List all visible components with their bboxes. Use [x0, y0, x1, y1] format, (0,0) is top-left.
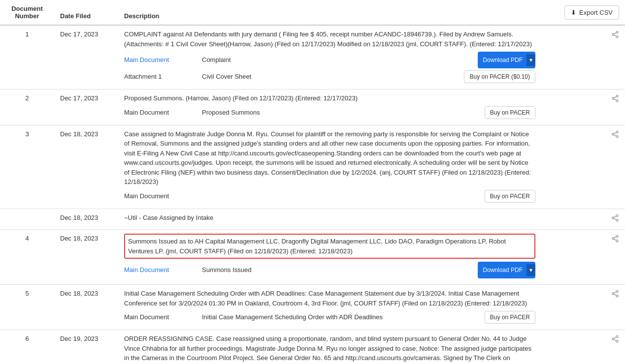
svg-point-27 — [616, 295, 618, 297]
description-text: Case assigned to Magistrate Judge Donna … — [124, 129, 535, 187]
col-header-doc-number: Document Number — [0, 0, 54, 25]
sub-row-label-link[interactable]: Main Document — [124, 56, 169, 63]
svg-point-20 — [616, 235, 618, 237]
svg-point-25 — [616, 290, 618, 292]
svg-point-1 — [612, 33, 614, 35]
buy-on-pacer-button[interactable]: Buy on PACER — [485, 106, 535, 119]
svg-point-15 — [616, 214, 618, 216]
share-icon[interactable] — [611, 31, 619, 40]
svg-line-13 — [614, 135, 617, 136]
svg-line-19 — [614, 216, 617, 217]
svg-line-34 — [614, 337, 617, 338]
sub-row-label[interactable]: Main Document — [124, 55, 198, 65]
sub-row-action: Buy on PACER — [485, 106, 535, 119]
table-row: 1Dec 17, 2023COMPLAINT against All Defen… — [0, 25, 625, 90]
description-text: Proposed Summons. (Harrow, Jason) (Filed… — [124, 93, 535, 103]
doc-number-cell: 1 — [0, 25, 54, 90]
export-col-header: ⬇ Export CSV — [541, 0, 625, 25]
svg-line-29 — [614, 292, 617, 293]
svg-line-3 — [614, 35, 617, 36]
svg-point-17 — [616, 219, 618, 221]
sub-row-label: Attachment 1 — [124, 72, 198, 82]
description-text: Summons Issued as to AH Capital Manageme… — [124, 234, 535, 259]
sub-row-label[interactable]: Main Document — [124, 265, 198, 275]
date-filed-cell: Dec 18, 2023 — [54, 209, 118, 230]
doc-number-cell: 4 — [0, 230, 54, 285]
row-actions-cell — [541, 330, 625, 364]
col-header-date-filed: Date Filed — [54, 0, 118, 25]
svg-point-5 — [616, 95, 618, 97]
description-cell: Case assigned to Magistrate Judge Donna … — [118, 125, 541, 209]
row-actions-cell — [541, 25, 625, 90]
description-cell: COMPLAINT against All Defendants with ju… — [118, 25, 541, 90]
description-cell: ~Util - Case Assigned by Intake — [118, 209, 541, 230]
sub-row-label: Main Document — [124, 312, 198, 322]
col-header-description: Description — [118, 0, 541, 25]
share-icon[interactable] — [611, 95, 619, 104]
sub-row-label-link[interactable]: Main Document — [124, 266, 169, 273]
svg-line-23 — [614, 239, 617, 241]
svg-line-4 — [614, 32, 617, 34]
table-row: 6Dec 19, 2023ORDER REASSIGNING CASE. Cas… — [0, 330, 625, 364]
table-row: 4Dec 18, 2023Summons Issued as to AH Cap… — [0, 230, 625, 285]
svg-line-28 — [614, 294, 617, 296]
share-icon[interactable] — [611, 131, 619, 140]
sub-row-description: Civil Cover Sheet — [202, 72, 460, 82]
date-filed-cell: Dec 18, 2023 — [54, 125, 118, 209]
share-icon[interactable] — [611, 336, 619, 344]
row-actions-cell — [541, 125, 625, 209]
sub-rows-container: Main DocumentSummons IssuedDownload PDF … — [124, 262, 535, 278]
svg-point-30 — [616, 335, 618, 337]
description-cell: Summons Issued as to AH Capital Manageme… — [118, 230, 541, 285]
svg-line-33 — [614, 339, 617, 341]
sub-row-action: Download PDF ▾ — [478, 52, 535, 68]
description-text: ~Util - Case Assigned by Intake — [124, 213, 535, 223]
share-icon[interactable] — [611, 236, 619, 244]
sub-row-description: Proposed Summons — [202, 108, 481, 118]
sub-row-label: Main Document — [124, 108, 198, 118]
buy-on-pacer-button[interactable]: Buy on PACER ($0.10) — [464, 70, 535, 83]
sub-row: Main DocumentInitial Case Management Sch… — [124, 311, 535, 324]
download-pdf-button[interactable]: Download PDF ▾ — [478, 262, 535, 278]
svg-line-9 — [614, 96, 617, 98]
svg-point-0 — [616, 31, 618, 33]
share-icon[interactable] — [611, 291, 619, 299]
sub-row: Main DocumentComplaintDownload PDF ▾ — [124, 52, 535, 68]
svg-point-6 — [612, 97, 614, 99]
doc-number-cell: 2 — [0, 90, 54, 125]
sub-rows-container: Main DocumentComplaintDownload PDF ▾Atta… — [124, 52, 535, 83]
doc-number-cell: 3 — [0, 125, 54, 209]
date-filed-cell: Dec 18, 2023 — [54, 285, 118, 330]
svg-point-10 — [616, 131, 618, 133]
buy-on-pacer-button[interactable]: Buy on PACER — [485, 311, 535, 324]
row-actions-cell — [541, 230, 625, 285]
row-actions-cell — [541, 90, 625, 125]
buy-on-pacer-button[interactable]: Buy on PACER — [485, 190, 535, 203]
table-row: 5Dec 18, 2023Initial Case Management Sch… — [0, 285, 625, 330]
dropdown-arrow[interactable]: ▾ — [526, 264, 535, 276]
svg-line-18 — [614, 218, 617, 220]
dropdown-arrow[interactable]: ▾ — [526, 54, 535, 66]
sub-rows-container: Main DocumentBuy on PACER — [124, 190, 535, 203]
description-text: ORDER REASSIGNING CASE. Case reassigned … — [124, 334, 535, 364]
export-icon: ⬇ — [571, 9, 576, 16]
doc-number-cell: 6 — [0, 330, 54, 364]
svg-line-14 — [614, 132, 617, 134]
sub-row-description: Summons Issued — [202, 265, 474, 275]
export-csv-button[interactable]: ⬇ Export CSV — [564, 5, 619, 20]
description-cell: Proposed Summons. (Harrow, Jason) (Filed… — [118, 90, 541, 125]
doc-number-cell — [0, 209, 54, 230]
share-icon[interactable] — [611, 215, 619, 223]
date-filed-cell: Dec 18, 2023 — [54, 230, 118, 285]
sub-row-action: Buy on PACER — [485, 311, 535, 324]
doc-number-cell: 5 — [0, 285, 54, 330]
svg-point-7 — [616, 100, 618, 102]
svg-line-24 — [614, 237, 617, 238]
date-filed-cell: Dec 19, 2023 — [54, 330, 118, 364]
svg-line-8 — [614, 99, 617, 100]
description-text: Initial Case Management Scheduling Order… — [124, 289, 535, 308]
sub-row-action: Buy on PACER — [485, 190, 535, 203]
main-container: Document Number Date Filed Description ⬇… — [0, 0, 625, 364]
download-pdf-button[interactable]: Download PDF ▾ — [478, 52, 535, 68]
table-row: Dec 18, 2023~Util - Case Assigned by Int… — [0, 209, 625, 230]
